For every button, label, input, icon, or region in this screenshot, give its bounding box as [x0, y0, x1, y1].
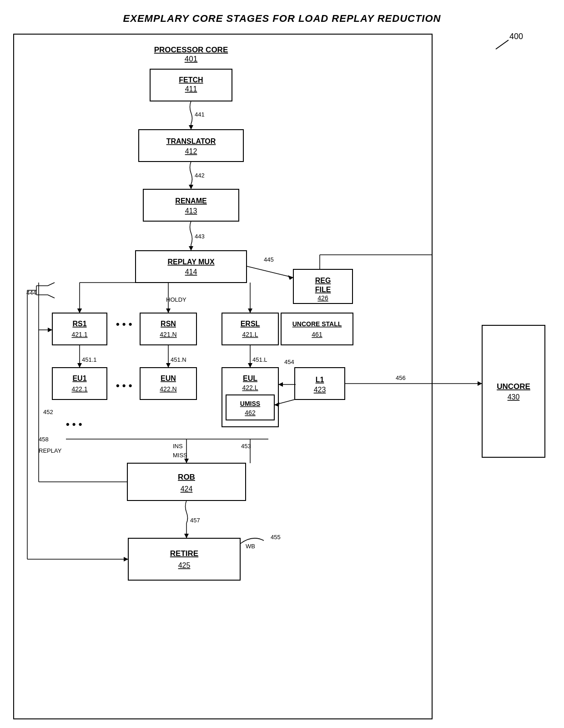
svg-marker-88 — [274, 402, 279, 407]
svg-marker-61 — [77, 363, 82, 368]
svg-rect-26 — [293, 269, 352, 303]
svg-text:421.L: 421.L — [242, 331, 258, 338]
svg-text:UNCORE STALL: UNCORE STALL — [292, 320, 342, 328]
svg-text:421.1: 421.1 — [71, 331, 87, 338]
svg-text:462: 462 — [245, 409, 256, 416]
svg-text:UMISS: UMISS — [240, 400, 260, 407]
svg-text:458: 458 — [39, 436, 49, 443]
svg-text:REPLAY: REPLAY — [39, 447, 62, 454]
svg-marker-115 — [77, 308, 82, 313]
svg-text:TRANSLATOR: TRANSLATOR — [166, 137, 216, 145]
svg-text:442: 442 — [195, 172, 205, 179]
svg-marker-71 — [278, 382, 283, 387]
svg-rect-57 — [281, 313, 353, 345]
svg-marker-36 — [77, 308, 82, 313]
svg-text:426: 426 — [317, 294, 328, 302]
svg-text:451.1: 451.1 — [82, 356, 97, 363]
svg-text:411: 411 — [185, 85, 197, 93]
svg-text:441: 441 — [195, 111, 205, 118]
svg-text:EUL: EUL — [243, 374, 257, 382]
svg-text:REG: REG — [315, 277, 331, 284]
svg-marker-119 — [478, 381, 482, 386]
svg-text:425: 425 — [178, 561, 191, 569]
svg-text:RS1: RS1 — [72, 320, 86, 328]
svg-text:443: 443 — [195, 233, 205, 240]
svg-rect-54 — [222, 313, 278, 345]
svg-rect-17 — [143, 189, 239, 221]
svg-text:RSN: RSN — [161, 320, 176, 328]
svg-text:452: 452 — [43, 409, 53, 415]
svg-marker-38 — [166, 308, 171, 313]
svg-text:REPLAY MUX: REPLAY MUX — [167, 258, 214, 266]
svg-marker-117 — [48, 328, 52, 332]
svg-text:422.N: 422.N — [160, 385, 176, 393]
svg-marker-129 — [124, 557, 128, 561]
svg-rect-72 — [52, 368, 107, 399]
svg-text:HOLDY: HOLDY — [166, 296, 186, 303]
svg-rect-48 — [52, 313, 107, 345]
svg-text:FETCH: FETCH — [179, 76, 203, 84]
svg-marker-21 — [189, 246, 193, 251]
svg-text:• • •: • • • — [116, 318, 132, 330]
svg-text:WB: WB — [246, 543, 255, 550]
svg-line-87 — [274, 399, 295, 405]
svg-text:456: 456 — [396, 374, 406, 381]
svg-text:FILE: FILE — [315, 286, 331, 293]
svg-text:ERSL: ERSL — [241, 320, 260, 328]
svg-marker-64 — [166, 363, 171, 368]
svg-rect-81 — [226, 395, 274, 420]
svg-text:423: 423 — [314, 386, 326, 394]
svg-text:INS: INS — [173, 443, 183, 450]
svg-text:MISS: MISS — [173, 452, 187, 459]
svg-rect-105 — [128, 538, 240, 580]
svg-text:ROB: ROB — [178, 473, 195, 481]
diagram-svg: 400 PROCESSOR CORE 401 FETCH 411 441 TRA… — [0, 0, 564, 728]
svg-line-47 — [48, 295, 55, 298]
svg-text:454: 454 — [284, 359, 294, 365]
svg-text:422.1: 422.1 — [71, 385, 87, 393]
svg-text:455: 455 — [271, 534, 281, 541]
svg-text:400: 400 — [509, 32, 523, 41]
svg-rect-121 — [482, 325, 545, 457]
svg-text:401: 401 — [185, 55, 197, 63]
svg-text:457: 457 — [190, 517, 200, 524]
svg-text:EU1: EU1 — [72, 374, 86, 382]
svg-marker-40 — [248, 308, 252, 313]
svg-text:• • •: • • • — [66, 419, 82, 430]
svg-text:RETIRE: RETIRE — [170, 549, 198, 558]
svg-line-46 — [48, 283, 55, 286]
svg-text:PROCESSOR CORE: PROCESSOR CORE — [154, 46, 228, 54]
svg-text:430: 430 — [508, 393, 520, 401]
svg-text:453: 453 — [241, 443, 251, 450]
svg-marker-97 — [184, 459, 189, 463]
svg-text:414: 414 — [185, 268, 197, 276]
svg-rect-99 — [127, 463, 246, 500]
svg-text:461: 461 — [312, 331, 322, 338]
svg-text:445: 445 — [264, 256, 274, 263]
svg-text:L1: L1 — [316, 376, 324, 384]
svg-text:UNCORE: UNCORE — [497, 382, 530, 391]
svg-text:RENAME: RENAME — [175, 197, 207, 205]
svg-rect-84 — [295, 368, 345, 399]
svg-marker-15 — [189, 185, 193, 189]
svg-marker-67 — [248, 363, 252, 368]
svg-text:422.L: 422.L — [242, 384, 258, 391]
page-title: EXEMPLARY CORE STAGES FOR LOAD REPLAY RE… — [0, 13, 564, 25]
svg-marker-9 — [189, 125, 193, 130]
svg-text:412: 412 — [185, 147, 197, 155]
svg-text:EUN: EUN — [161, 374, 176, 382]
svg-rect-5 — [150, 69, 232, 101]
svg-text:451.N: 451.N — [171, 356, 186, 363]
svg-rect-75 — [140, 368, 196, 399]
svg-text:413: 413 — [185, 207, 197, 215]
svg-text:421.N: 421.N — [160, 331, 176, 338]
svg-text:424: 424 — [181, 485, 193, 493]
svg-text:444: 444 — [26, 289, 36, 296]
svg-text:451.L: 451.L — [252, 356, 267, 363]
svg-rect-23 — [136, 251, 247, 283]
page: EXEMPLARY CORE STAGES FOR LOAD REPLAY RE… — [0, 0, 564, 728]
svg-marker-31 — [288, 275, 293, 280]
svg-rect-2 — [14, 34, 432, 719]
svg-rect-78 — [222, 368, 278, 427]
svg-rect-51 — [140, 313, 196, 345]
